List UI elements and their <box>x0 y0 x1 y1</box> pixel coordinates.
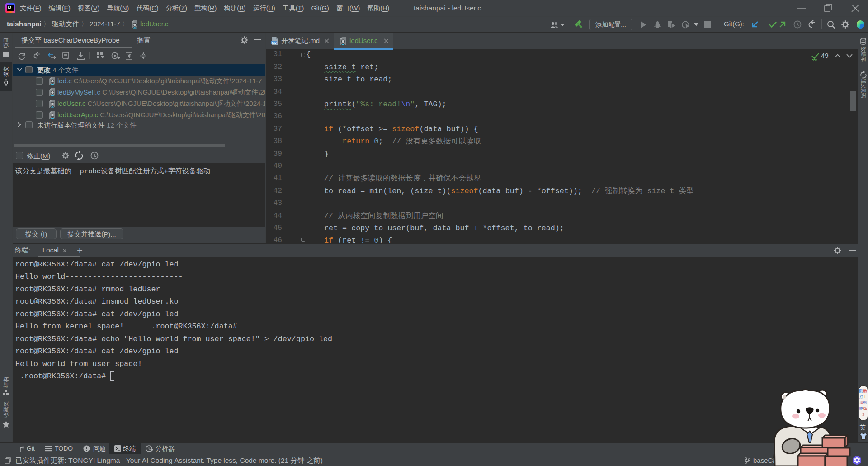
svg-text:MD: MD <box>272 41 277 44</box>
